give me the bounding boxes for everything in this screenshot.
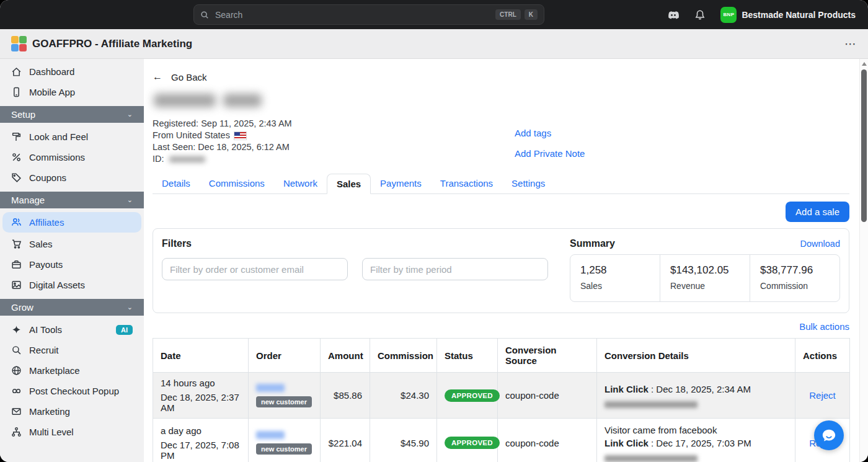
tab-network[interactable]: Network bbox=[274, 174, 327, 193]
account-avatar: BNP bbox=[720, 7, 737, 23]
main-content: ← Go Back Registered: Sep 11, 2025, 2:43… bbox=[144, 59, 859, 462]
sidebar-item-ai-tools[interactable]: AI Tools AI bbox=[0, 319, 144, 340]
topbar: CTRL K BNP Bestmade Natural Products bbox=[0, 0, 868, 29]
cell-amount: $85.86 bbox=[321, 373, 370, 419]
cell-date: 14 hours ago Dec 18, 2025, 2:37 AM bbox=[153, 373, 249, 419]
tab-details[interactable]: Details bbox=[153, 174, 200, 193]
add-a-sale-button[interactable]: Add a sale bbox=[786, 202, 849, 222]
profile-tabs: Details Commissions Network Sales Paymen… bbox=[153, 174, 849, 194]
sidebar-item-label: Marketing bbox=[29, 406, 70, 417]
col-order: Order bbox=[249, 339, 321, 373]
shortcut-ctrl-key: CTRL bbox=[495, 9, 521, 20]
sidebar-item-digital-assets[interactable]: Digital Assets bbox=[0, 275, 144, 295]
scroll-up-arrow-icon[interactable] bbox=[862, 62, 867, 66]
account-switcher[interactable]: BNP Bestmade Natural Products bbox=[720, 7, 856, 23]
tab-commissions[interactable]: Commissions bbox=[200, 174, 274, 193]
tab-settings[interactable]: Settings bbox=[502, 174, 554, 193]
tab-sales[interactable]: Sales bbox=[327, 174, 371, 194]
stat-value: $143,102.05 bbox=[670, 264, 740, 277]
sidebar-section-manage[interactable]: Manage ⌄ bbox=[0, 192, 144, 208]
filters-title: Filters bbox=[162, 238, 548, 249]
mobile-icon bbox=[11, 87, 22, 97]
tag-icon bbox=[11, 172, 22, 183]
wallet-icon bbox=[11, 259, 22, 270]
cell-status: APPROVED bbox=[437, 419, 498, 462]
search-input[interactable] bbox=[214, 9, 492, 20]
stat-label: Sales bbox=[580, 281, 650, 291]
sidebar-item-sales[interactable]: Sales bbox=[0, 234, 144, 254]
sidebar-item-coupons[interactable]: Coupons bbox=[0, 167, 144, 188]
go-back-button[interactable]: ← Go Back bbox=[153, 71, 849, 82]
sidebar-section-setup[interactable]: Setup ⌄ bbox=[0, 106, 144, 123]
sidebar-item-label: Digital Assets bbox=[29, 280, 85, 290]
sidebar-item-marketing[interactable]: Marketing bbox=[0, 401, 144, 422]
add-private-note-link[interactable]: Add Private Note bbox=[515, 148, 585, 159]
cell-conversion-details: Link Click : Dec 18, 2025, 2:34 AM bbox=[597, 373, 795, 419]
chat-bubble-icon bbox=[820, 426, 838, 445]
sidebar-item-mobile-app[interactable]: Mobile App bbox=[0, 82, 144, 102]
image-icon bbox=[11, 280, 22, 290]
sidebar-item-commissions[interactable]: Commissions bbox=[0, 147, 144, 167]
paint-roller-icon bbox=[11, 131, 22, 142]
bulk-actions-link[interactable]: Bulk actions bbox=[799, 321, 849, 332]
cell-commission: $45.90 bbox=[370, 419, 437, 462]
table-row: 14 hours ago Dec 18, 2025, 2:37 AM new c… bbox=[153, 373, 850, 419]
approved-badge: APPROVED bbox=[445, 437, 500, 449]
col-amount: Amount bbox=[321, 339, 370, 373]
registered-date: Registered: Sep 11, 2025, 2:43 AM bbox=[153, 118, 849, 130]
app-title: GOAFFPRO - Affiliate Marketing bbox=[32, 38, 192, 50]
scrollbar bbox=[859, 59, 868, 462]
cell-amount: $221.04 bbox=[321, 419, 370, 462]
affiliate-profile-header: Registered: Sep 11, 2025, 2:43 AM From U… bbox=[153, 91, 849, 165]
sidebar-item-look-and-feel[interactable]: Look and Feel bbox=[0, 127, 144, 147]
redacted-order-link[interactable] bbox=[256, 431, 285, 439]
filter-order-input[interactable] bbox=[162, 258, 348, 280]
sidebar-item-multi-level[interactable]: Multi Level bbox=[0, 422, 144, 442]
sidebar-item-recruit[interactable]: Recruit bbox=[0, 340, 144, 360]
stat-value: 1,258 bbox=[580, 264, 650, 277]
chevron-down-icon: ⌄ bbox=[127, 110, 133, 118]
filter-time-input[interactable] bbox=[362, 258, 548, 280]
tab-transactions[interactable]: Transactions bbox=[431, 174, 502, 193]
section-label: Grow bbox=[11, 302, 33, 313]
goaffpro-logo-icon bbox=[11, 36, 27, 52]
sidebar-item-post-checkout-popup[interactable]: Post Checkout Popup bbox=[0, 381, 144, 401]
affiliate-country: From United States bbox=[153, 130, 849, 141]
col-conversion-details: Conversion Details bbox=[597, 339, 795, 373]
rings-icon bbox=[11, 386, 22, 396]
sidebar-section-grow[interactable]: Grow ⌄ bbox=[0, 299, 144, 316]
affiliate-id: ID: bbox=[153, 153, 849, 165]
col-actions: Actions bbox=[795, 339, 850, 373]
download-link[interactable]: Download bbox=[800, 239, 841, 249]
table-header-row: Date Order Amount Commission Status Conv… bbox=[153, 339, 850, 373]
go-back-label: Go Back bbox=[171, 72, 207, 82]
tab-payments[interactable]: Payments bbox=[371, 174, 431, 193]
sidebar-item-payouts[interactable]: Payouts bbox=[0, 254, 144, 275]
chat-launcher-button[interactable] bbox=[814, 420, 844, 450]
sidebar-item-label: AI Tools bbox=[29, 324, 62, 335]
add-tags-link[interactable]: Add tags bbox=[515, 128, 585, 138]
new-customer-badge: new customer bbox=[256, 396, 312, 407]
discord-icon[interactable] bbox=[667, 9, 680, 21]
redacted-order-link[interactable] bbox=[256, 384, 285, 392]
sidebar-item-dashboard[interactable]: Dashboard bbox=[0, 61, 144, 82]
sales-table: Date Order Amount Commission Status Conv… bbox=[153, 338, 850, 462]
sidebar-item-label: Payouts bbox=[29, 259, 63, 270]
users-icon bbox=[11, 217, 22, 228]
global-search[interactable]: CTRL K bbox=[193, 4, 544, 25]
cell-order: new customer bbox=[249, 373, 321, 419]
section-label: Setup bbox=[11, 109, 35, 120]
cell-conversion-source: coupon-code bbox=[498, 419, 597, 462]
back-arrow-icon: ← bbox=[153, 71, 162, 82]
sidebar-item-affiliates[interactable]: Affiliates bbox=[2, 212, 141, 233]
sidebar-item-label: Look and Feel bbox=[29, 131, 88, 142]
col-conversion-source: Conversion Source bbox=[498, 339, 597, 373]
overflow-menu-icon[interactable]: ⋯ bbox=[844, 41, 857, 47]
stat-value: $38,777.96 bbox=[760, 264, 830, 277]
app-header: GOAFFPRO - Affiliate Marketing ⋯ bbox=[0, 29, 868, 59]
reject-link[interactable]: Reject bbox=[809, 390, 836, 401]
scrollbar-thumb[interactable] bbox=[861, 69, 867, 222]
sidebar: Dashboard Mobile App Setup ⌄ Look and Fe… bbox=[0, 59, 144, 462]
bell-icon[interactable] bbox=[694, 9, 706, 20]
sidebar-item-marketplace[interactable]: Marketplace bbox=[0, 360, 144, 381]
